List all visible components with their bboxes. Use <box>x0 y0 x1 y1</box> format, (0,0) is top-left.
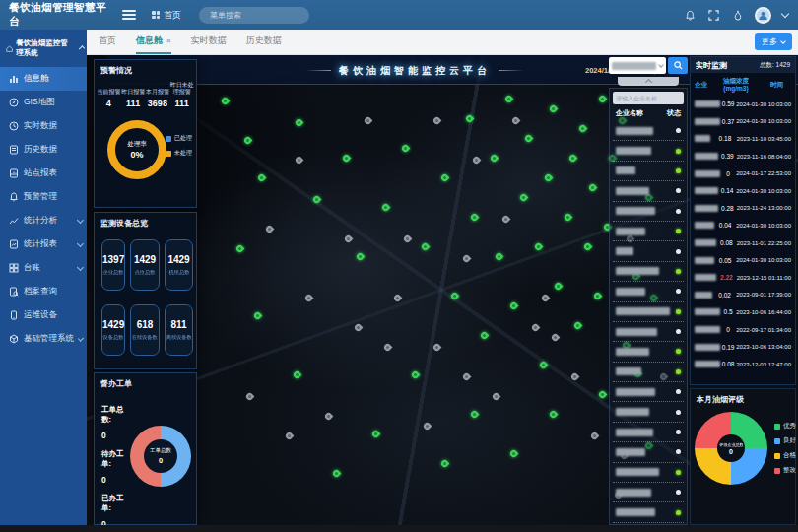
enterprise-row-9[interactable] <box>613 302 684 322</box>
realtime-row-8[interactable]: 0.082023-11-01 22:25:00 <box>691 234 795 252</box>
sidebar-item-7[interactable]: 统计报表 <box>0 233 87 256</box>
map-pin-online[interactable] <box>235 244 245 254</box>
map-pin-offline[interactable] <box>501 215 511 225</box>
enterprise-row-8[interactable] <box>613 282 684 301</box>
map-pin-online[interactable] <box>342 154 352 164</box>
map-pin-online[interactable] <box>470 213 480 223</box>
enterprise-row-11[interactable] <box>613 342 684 362</box>
map-pin-online[interactable] <box>534 242 544 252</box>
enterprise-row-3[interactable] <box>613 181 684 201</box>
map-pin-online[interactable] <box>411 370 421 380</box>
map-pin-offline[interactable] <box>393 294 403 303</box>
sidebar-item-11[interactable]: 基础管理系统 <box>0 327 87 351</box>
realtime-row-15[interactable]: 0.082023-12-03 12:47:00 <box>691 356 795 373</box>
map-pin-offline[interactable] <box>364 116 373 126</box>
enterprise-name-input[interactable] <box>616 96 681 101</box>
enterprise-row-12[interactable] <box>613 363 684 382</box>
map-pin-offline[interactable] <box>541 294 551 303</box>
sidebar-item-10[interactable]: 运维设备 <box>0 303 87 327</box>
bell-icon[interactable] <box>684 9 697 22</box>
enterprise-row-10[interactable] <box>613 322 684 342</box>
map-pin-online[interactable] <box>480 331 490 341</box>
map-pin-offline[interactable] <box>304 294 314 303</box>
map-pin-online[interactable] <box>421 242 431 252</box>
enterprise-row-18[interactable] <box>613 483 684 502</box>
enterprise-row-5[interactable] <box>613 222 684 241</box>
sidebar-item-3[interactable]: 历史数据 <box>0 138 87 162</box>
map-pin-online[interactable] <box>593 292 603 301</box>
map-pin-online[interactable] <box>509 449 519 459</box>
sidebar-group-toggle[interactable]: 餐饮油烟监控管理系统 <box>0 30 87 67</box>
map-pin-offline[interactable] <box>590 432 600 441</box>
sidebar-item-5[interactable]: 预警管理 <box>0 185 87 209</box>
map-pin-online[interactable] <box>440 459 450 469</box>
map-pin-offline[interactable] <box>462 254 472 264</box>
map-pin-online[interactable] <box>504 95 514 104</box>
sidebar-item-2[interactable]: 实时数据 <box>0 114 87 138</box>
tab-2[interactable]: 实时数据 <box>191 30 227 54</box>
realtime-row-7[interactable]: 0.042024-01-30 10:03:00 <box>691 217 795 234</box>
map-pin-online[interactable] <box>253 311 263 321</box>
realtime-row-12[interactable]: 0.52023-10-06 16:44:00 <box>691 303 795 321</box>
avatar[interactable] <box>755 7 771 24</box>
enterprise-search-button[interactable] <box>668 57 688 74</box>
map-pin-online[interactable] <box>549 410 559 420</box>
realtime-row-2[interactable]: 0.182023-11-10 03:45:00 <box>691 130 795 148</box>
realtime-row-10[interactable]: 2.222023-12-15 01:11:00 <box>691 269 795 287</box>
sidebar-item-9[interactable]: 档案查询 <box>0 280 87 303</box>
realtime-row-14[interactable]: 0.192023-10-06 13:04:00 <box>691 338 795 356</box>
tab-0[interactable]: 首页 <box>99 30 116 54</box>
map-pin-online[interactable] <box>381 203 391 213</box>
map-pin-offline[interactable] <box>324 412 334 422</box>
map-pin-online[interactable] <box>293 370 302 380</box>
menu-search-box[interactable] <box>199 7 309 24</box>
map-pin-offline[interactable] <box>432 116 442 126</box>
map-pin-online[interactable] <box>243 136 253 146</box>
map-pin-offline[interactable] <box>344 234 354 244</box>
map-pin-offline[interactable] <box>492 392 501 402</box>
map-pin-offline[interactable] <box>423 422 432 432</box>
fullscreen-icon[interactable] <box>707 9 720 22</box>
enterprise-row-6[interactable] <box>613 241 684 261</box>
map-pin-online[interactable] <box>509 301 519 311</box>
map-pin-online[interactable] <box>588 183 598 193</box>
tab-3[interactable]: 历史数据 <box>246 30 282 54</box>
map-pin-offline[interactable] <box>570 372 580 382</box>
enterprise-row-17[interactable] <box>613 463 684 483</box>
map-pin-online[interactable] <box>598 390 608 400</box>
map-pin-online[interactable] <box>312 195 322 205</box>
map-pin-online[interactable] <box>465 114 475 124</box>
enterprise-row-14[interactable] <box>613 402 684 422</box>
enterprise-select[interactable] <box>609 57 666 74</box>
enterprise-row-15[interactable] <box>613 423 684 442</box>
tab-1[interactable]: 信息舱× <box>136 30 171 54</box>
map-pin-online[interactable] <box>332 469 342 479</box>
enterprise-row-16[interactable] <box>613 442 684 462</box>
realtime-row-13[interactable]: 02022-09-17 01:34:00 <box>691 321 795 339</box>
close-icon[interactable]: × <box>166 36 171 45</box>
map-pin-online[interactable] <box>221 97 231 106</box>
sidebar-item-0[interactable]: 信息舱 <box>0 67 87 91</box>
realtime-row-1[interactable]: 0.372024-01-30 10:03:00 <box>691 113 795 131</box>
map-pin-offline[interactable] <box>295 156 304 166</box>
map-pin-online[interactable] <box>564 213 573 223</box>
enterprise-row-19[interactable] <box>613 502 684 522</box>
map-pin-offline[interactable] <box>462 372 472 382</box>
sidebar-item-1[interactable]: GIS地图 <box>0 91 87 114</box>
more-button[interactable]: 更多 <box>755 33 792 50</box>
map-pin-online[interactable] <box>495 252 504 262</box>
map-pin-offline[interactable] <box>403 234 413 244</box>
sidebar-item-8[interactable]: 台账 <box>0 256 87 280</box>
flame-icon[interactable] <box>731 9 744 22</box>
enterprise-row-7[interactable] <box>613 262 684 282</box>
map-pin-online[interactable] <box>544 173 554 183</box>
map-pin-offline[interactable] <box>354 323 364 333</box>
map-pin-online[interactable] <box>440 173 450 183</box>
map-pin-offline[interactable] <box>551 333 561 343</box>
realtime-row-0[interactable]: 0.592024-01-30 10:03:00 <box>691 96 795 113</box>
realtime-row-4[interactable]: 02024-01-17 22:53:00 <box>691 165 795 182</box>
map-pin-online[interactable] <box>583 242 593 252</box>
map-pin-offline[interactable] <box>472 156 482 166</box>
menu-search-input[interactable] <box>210 11 318 20</box>
map-pin-online[interactable] <box>519 193 529 203</box>
